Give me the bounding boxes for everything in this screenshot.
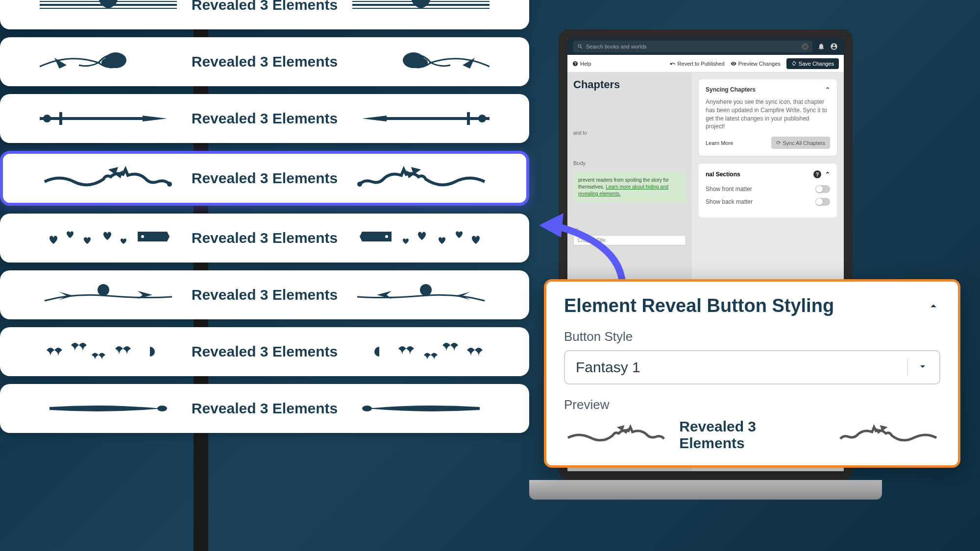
svg-rect-10 (40, 117, 143, 120)
space-ornament-icon (352, 281, 490, 309)
space-ornament-icon (40, 281, 177, 309)
svg-point-26 (157, 406, 167, 411)
panel-title: Element Reveal Button Styling (564, 295, 834, 316)
svg-rect-16 (467, 112, 470, 125)
scroll-ornament-icon (40, 0, 177, 19)
svg-marker-28 (539, 213, 564, 238)
preview-button[interactable]: Preview Changes (731, 61, 781, 67)
sync-all-button[interactable]: ⟳ Sync All Chapters (771, 137, 830, 149)
app-topbar: Search books and worlds ✕ (567, 38, 844, 55)
help-button[interactable]: Help (572, 61, 591, 67)
style-preview: Revealed 3 Elements (564, 418, 940, 452)
style-options-list: Revealed 3 Elements Revealed 3 Elements … (0, 0, 529, 441)
bats-ornament-icon (40, 338, 177, 365)
svg-marker-15 (362, 116, 387, 121)
scroll-ornament-icon (352, 0, 490, 19)
revert-button[interactable]: Revert to Published (670, 61, 725, 67)
laptop-base (529, 480, 882, 500)
undo-icon (670, 61, 676, 67)
sync-learn-link[interactable]: Learn More (706, 140, 733, 146)
button-style-label: Button Style (564, 329, 940, 344)
style-option-sword[interactable]: Revealed 3 Elements (0, 94, 529, 143)
user-menu-icon[interactable] (830, 43, 838, 50)
front-matter-toggle[interactable] (815, 185, 830, 193)
svg-rect-14 (387, 117, 490, 120)
chevron-up-icon[interactable]: ⌃ (825, 171, 830, 178)
search-clear-icon[interactable]: ✕ (802, 43, 808, 50)
dragon-ornament-icon (564, 423, 666, 447)
style-option-blade[interactable]: Revealed 3 Elements (0, 384, 529, 433)
back-matter-toggle[interactable] (815, 198, 830, 206)
dragon-ornament-icon (352, 165, 490, 192)
style-option-space[interactable]: Revealed 3 Elements (0, 270, 529, 319)
eye-icon (731, 61, 736, 67)
svg-point-17 (478, 115, 486, 122)
search-placeholder: Search books and worlds (586, 44, 647, 49)
svg-point-20 (141, 235, 144, 238)
chevron-up-icon[interactable] (927, 299, 940, 313)
preview-label: Preview (564, 397, 940, 412)
sync-panel-title: Syncing Chapters (706, 86, 756, 93)
style-option-scroll[interactable]: Revealed 3 Elements (0, 0, 529, 29)
svg-marker-11 (143, 116, 167, 121)
hearts-ornament-icon (352, 224, 490, 252)
svg-point-7 (101, 58, 115, 68)
hearts-ornament-icon (40, 224, 177, 252)
style-option-bats[interactable]: Revealed 3 Elements (0, 327, 529, 376)
button-style-select[interactable]: Fantasy 1 (564, 350, 940, 384)
sword-ornament-icon (352, 105, 490, 132)
sections-title: nal Sections (706, 171, 740, 178)
spoiler-tip: prevent readers from spoiling the story … (573, 172, 686, 202)
help-icon (572, 61, 578, 67)
blade-ornament-icon (352, 395, 490, 422)
sword-ornament-icon (40, 105, 177, 132)
search-icon (577, 44, 583, 49)
style-option-dragon[interactable]: Revealed 3 Elements (0, 151, 529, 206)
svg-point-24 (420, 284, 432, 296)
notifications-icon[interactable] (817, 43, 825, 50)
save-icon (791, 61, 797, 66)
help-icon[interactable]: ? (813, 170, 821, 178)
chevron-down-icon (917, 360, 929, 372)
select-value: Fantasy 1 (576, 359, 640, 376)
editor-toolbar: Help Revert to Published Preview Changes… (567, 55, 844, 72)
svg-rect-12 (59, 112, 62, 125)
sections-panel: nal Sections ? ⌃ Show front matter Show … (699, 164, 837, 217)
svg-point-27 (362, 406, 372, 411)
floral-ornament-icon (40, 48, 177, 75)
dragon-ornament-icon (40, 165, 177, 192)
svg-point-22 (98, 284, 109, 296)
svg-point-18 (167, 182, 172, 187)
preview-text: Revealed 3 Elements (679, 418, 825, 452)
element-reveal-styling-panel: Element Reveal Button Styling Button Sty… (544, 279, 960, 468)
search-input[interactable]: Search books and worlds ✕ (573, 41, 812, 52)
dragon-ornament-icon (838, 423, 940, 447)
blade-ornament-icon (40, 395, 177, 422)
sync-panel-body: Anywhere you see the sync icon, that cha… (706, 98, 830, 131)
sync-icon: ⟳ (776, 140, 781, 146)
chapters-heading: Chapters (573, 78, 686, 91)
sync-panel: Syncing Chapters ⌃ Anywhere you see the … (699, 79, 837, 156)
save-changes-button[interactable]: Save Changes (786, 58, 839, 69)
bats-ornament-icon (352, 338, 490, 365)
style-option-floral[interactable]: Revealed 3 Elements (0, 37, 529, 86)
style-option-hearts[interactable]: Revealed 3 Elements (0, 214, 529, 263)
floral-ornament-icon (352, 48, 490, 75)
svg-point-13 (43, 115, 51, 122)
chevron-up-icon[interactable]: ⌃ (825, 86, 830, 93)
